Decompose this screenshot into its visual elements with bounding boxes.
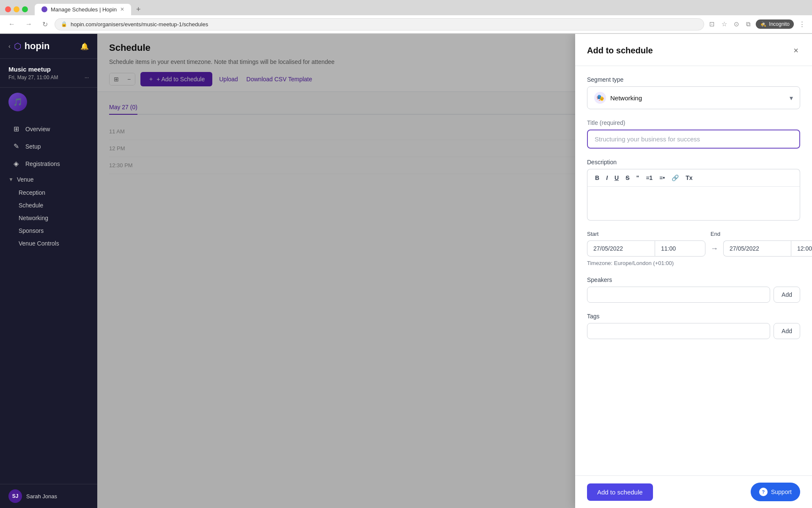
forward-button[interactable]: → bbox=[22, 19, 36, 30]
new-tab-button[interactable]: + bbox=[133, 3, 144, 16]
hopin-logo-icon: ⬡ bbox=[14, 41, 21, 51]
modal-title: Add to schedule bbox=[587, 46, 653, 55]
sidebar-item-sponsors[interactable]: Sponsors bbox=[0, 224, 97, 237]
cast-icon[interactable]: ⊡ bbox=[708, 19, 716, 30]
link-button[interactable]: 🔗 bbox=[669, 173, 681, 183]
segment-type-select[interactable]: 🎭 Networking ▾ bbox=[587, 86, 800, 109]
underline-button[interactable]: U bbox=[612, 173, 621, 183]
speakers-input[interactable] bbox=[587, 287, 770, 303]
event-date-text: Fri, May 27, 11:00 AM bbox=[8, 75, 58, 80]
registrations-icon: ◈ bbox=[12, 160, 20, 168]
event-name: Music meetup bbox=[8, 66, 89, 73]
sidebar-item-overview[interactable]: ⊞ Overview bbox=[3, 121, 94, 137]
tags-label: Tags bbox=[587, 313, 800, 320]
description-editor[interactable] bbox=[587, 187, 800, 221]
blockquote-button[interactable]: " bbox=[634, 173, 642, 183]
start-time-input[interactable] bbox=[655, 240, 705, 257]
end-label: End bbox=[710, 231, 720, 237]
incognito-icon: 🕵 bbox=[760, 21, 766, 27]
main-content: Schedule Schedule items in your event ti… bbox=[97, 34, 812, 508]
sidebar-item-setup-label: Setup bbox=[25, 143, 41, 150]
segment-type-value: Networking bbox=[610, 94, 642, 102]
strikethrough-button[interactable]: S bbox=[623, 173, 632, 183]
sidebar-item-reception-label: Reception bbox=[19, 189, 45, 196]
profile-icon[interactable]: ⊙ bbox=[732, 19, 741, 30]
modal-footer: Add to schedule ? Support bbox=[575, 475, 812, 508]
segment-type-label: Segment type bbox=[587, 76, 800, 83]
modal-close-button[interactable]: × bbox=[792, 44, 800, 57]
add-speaker-button[interactable]: Add bbox=[774, 287, 800, 303]
event-date-row: Fri, May 27, 11:00 AM ··· bbox=[8, 75, 89, 80]
sidebar-item-schedule[interactable]: Schedule bbox=[0, 199, 97, 212]
event-options-icon[interactable]: ··· bbox=[85, 75, 89, 80]
start-datetime-group bbox=[587, 240, 705, 257]
description-group: Description B I U S " ≡1 ≡• 🔗 Tx bbox=[587, 159, 800, 221]
event-info: Music meetup Fri, May 27, 11:00 AM ··· bbox=[0, 59, 97, 88]
lock-icon: 🔒 bbox=[61, 21, 67, 27]
traffic-light-green[interactable] bbox=[22, 6, 28, 12]
refresh-button[interactable]: ↻ bbox=[39, 19, 51, 30]
user-avatar: SJ bbox=[8, 489, 22, 503]
segment-select-left: 🎭 Networking bbox=[594, 92, 642, 104]
datetime-arrow-icon: → bbox=[710, 244, 718, 253]
tags-group: Tags Add bbox=[587, 313, 800, 339]
datetime-group: Start End → Timezone: bbox=[587, 231, 800, 266]
url-text: hopin.com/organisers/events/music-meetup… bbox=[71, 21, 208, 28]
traffic-light-red[interactable] bbox=[5, 6, 11, 12]
sidebar-item-reception[interactable]: Reception bbox=[0, 186, 97, 199]
overview-icon: ⊞ bbox=[12, 125, 20, 133]
sidebar-back-arrow[interactable]: ‹ bbox=[8, 43, 11, 50]
address-bar[interactable]: 🔒 hopin.com/organisers/events/music-meet… bbox=[55, 18, 704, 30]
sidebar-item-registrations[interactable]: ◈ Registrations bbox=[3, 155, 94, 172]
start-date-input[interactable] bbox=[587, 240, 655, 257]
sidebar-item-sponsors-label: Sponsors bbox=[19, 227, 44, 234]
support-button[interactable]: ? Support bbox=[751, 483, 800, 501]
user-name: Sarah Jonas bbox=[26, 493, 57, 500]
incognito-badge: 🕵 Incognito bbox=[756, 19, 794, 29]
sidebar-item-networking[interactable]: Networking bbox=[0, 212, 97, 224]
title-required-text: (required) bbox=[600, 119, 625, 126]
clear-format-button[interactable]: Tx bbox=[683, 173, 695, 183]
bookmark-icon[interactable]: ☆ bbox=[720, 19, 729, 30]
sidebar-item-venue[interactable]: ▼ Venue bbox=[0, 173, 97, 186]
speakers-label: Speakers bbox=[587, 276, 800, 283]
sidebar-item-networking-label: Networking bbox=[19, 215, 48, 221]
sidebar-item-venue-label: Venue bbox=[17, 176, 34, 183]
sidebar-item-registrations-label: Registrations bbox=[25, 160, 60, 167]
tab-close-button[interactable]: ✕ bbox=[120, 6, 124, 12]
logo: ‹ ⬡ hopin bbox=[8, 41, 50, 52]
back-button[interactable]: ← bbox=[5, 19, 19, 30]
venue-toggle-icon: ▼ bbox=[8, 177, 14, 182]
datetime-row: → bbox=[587, 240, 800, 257]
active-tab[interactable]: Manage Schedules | Hopin ✕ bbox=[35, 4, 131, 15]
title-label: Title (required) bbox=[587, 119, 800, 126]
title-input[interactable] bbox=[587, 130, 800, 149]
modal-body: Segment type 🎭 Networking ▾ Title (requi… bbox=[575, 66, 812, 475]
italic-button[interactable]: I bbox=[604, 173, 610, 183]
traffic-light-yellow[interactable] bbox=[14, 6, 19, 12]
sidebar-item-venue-controls-label: Venue Controls bbox=[19, 240, 59, 247]
end-date-input[interactable] bbox=[723, 240, 791, 257]
sidebar: ‹ ⬡ hopin 🔔 Music meetup Fri, May 27, 11… bbox=[0, 34, 97, 508]
end-time-input[interactable] bbox=[791, 240, 812, 257]
start-end-labels-row: Start End bbox=[587, 231, 800, 237]
sidebar-item-schedule-label: Schedule bbox=[19, 202, 43, 209]
bold-button[interactable]: B bbox=[593, 173, 602, 183]
notification-bell-icon[interactable]: 🔔 bbox=[80, 42, 89, 50]
tags-input[interactable] bbox=[587, 323, 770, 339]
segment-type-group: Segment type 🎭 Networking ▾ bbox=[587, 76, 800, 109]
menu-icon[interactable]: ⋮ bbox=[797, 19, 807, 30]
speakers-group: Speakers Add bbox=[587, 276, 800, 303]
tab-title: Manage Schedules | Hopin bbox=[51, 6, 117, 13]
add-tag-button[interactable]: Add bbox=[774, 323, 800, 339]
extensions-icon[interactable]: ⧉ bbox=[744, 19, 752, 30]
title-group: Title (required) bbox=[587, 119, 800, 149]
end-datetime-group bbox=[723, 240, 812, 257]
unordered-list-button[interactable]: ≡• bbox=[657, 173, 667, 183]
sidebar-item-venue-controls[interactable]: Venue Controls bbox=[0, 237, 97, 250]
submit-button[interactable]: Add to schedule bbox=[587, 483, 653, 501]
sidebar-item-setup[interactable]: ✎ Setup bbox=[3, 138, 94, 155]
sidebar-header: ‹ ⬡ hopin 🔔 bbox=[0, 34, 97, 59]
description-toolbar: B I U S " ≡1 ≡• 🔗 Tx bbox=[587, 169, 800, 187]
ordered-list-button[interactable]: ≡1 bbox=[643, 173, 655, 183]
